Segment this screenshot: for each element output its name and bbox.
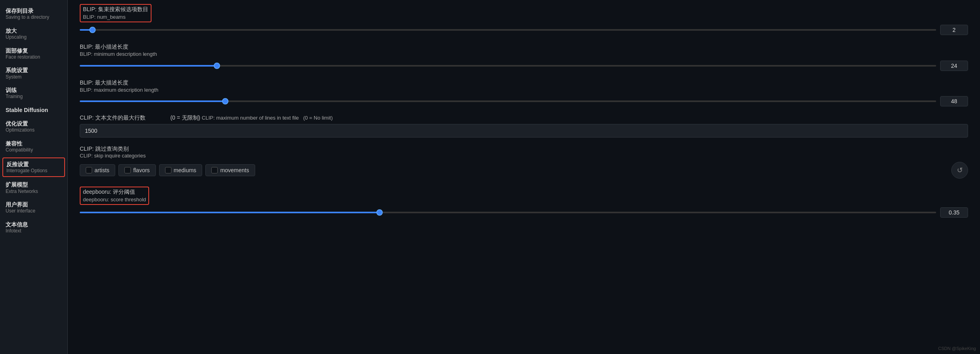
clip-max-lines-zh-main: CLIP: 文本文件的最大行数 (80, 114, 146, 121)
blip-num-beams-en: BLIP: num_beams (83, 14, 148, 21)
clip-skip-en: CLIP: skip inquire categories (80, 153, 968, 159)
checkbox-movements[interactable]: movements (205, 164, 255, 176)
watermark: CSDN @SpikeKing (938, 346, 976, 351)
checkbox-artists-label: artists (94, 167, 109, 173)
sidebar-item-upscaling-zh: 放大 (6, 27, 62, 34)
deepbooru-track-wrap[interactable] (80, 208, 936, 216)
clip-max-lines-input[interactable] (80, 124, 968, 138)
clip-skip-zh: CLIP: 跳过查询类别 (80, 146, 968, 153)
sidebar-item-training-zh: 训练 (6, 87, 62, 94)
blip-max-length-thumb[interactable] (222, 98, 228, 104)
deepbooru-threshold-control: 0.35 (80, 207, 968, 218)
clip-skip-categories-row: CLIP: 跳过查询类别 CLIP: skip inquire categori… (80, 146, 968, 179)
blip-num-beams-zh: BLIP: 集束搜索候选项数目 (83, 6, 148, 14)
blip-max-length-fill (80, 100, 225, 102)
deepbooru-value[interactable]: 0.35 (940, 207, 968, 218)
reload-icon: ↺ (957, 166, 963, 175)
blip-max-length-row: BLIP: 最大描述长度 BLIP: maximum description l… (80, 79, 968, 107)
sidebar-item-infotext[interactable]: 文本信息 Infotext (0, 218, 67, 238)
blip-min-length-label: BLIP: 最小描述长度 BLIP: minimum description l… (80, 43, 968, 58)
sidebar-item-extra-networks[interactable]: 扩展模型 Extra Networks (0, 178, 67, 198)
sidebar-item-face-en: Face restoration (6, 54, 62, 61)
clip-max-lines-en-note: (0 = No limit) (303, 115, 333, 121)
checkbox-mediums[interactable]: mediums (159, 164, 203, 176)
blip-min-length-fill (80, 65, 217, 67)
blip-min-length-thumb[interactable] (214, 63, 220, 69)
blip-num-beams-row: BLIP: 集束搜索候选项数目 BLIP: num_beams 2 (80, 4, 968, 35)
blip-max-length-value[interactable]: 48 (940, 96, 968, 106)
blip-num-beams-control: 2 (80, 25, 968, 35)
clip-max-lines-zh: CLIP: 文本文件的最大行数 (0 = 无限制) (80, 114, 202, 121)
blip-max-length-en: BLIP: maximum description length (80, 87, 968, 94)
sidebar-item-system[interactable]: 系统设置 System (0, 63, 67, 83)
deepbooru-threshold-row: deepbooru: 评分阈值 deepbooru: score thresho… (80, 187, 968, 218)
sidebar-item-system-en: System (6, 74, 62, 81)
blip-num-beams-label: BLIP: 集束搜索候选项数目 BLIP: num_beams (83, 6, 148, 21)
checkbox-movements-box (211, 167, 218, 173)
sidebar-item-stable-diffusion[interactable]: Stable Diffusion (0, 103, 67, 117)
blip-num-beams-thumb[interactable] (89, 27, 96, 33)
sidebar-item-training-en: Training (6, 94, 62, 100)
sidebar-item-ui-en: User interface (6, 208, 62, 214)
checkbox-artists-box (86, 167, 92, 173)
clip-max-lines-label-left: CLIP: 文本文件的最大行数 (0 = 无限制) CLIP: maximum … (80, 114, 333, 122)
blip-max-length-track-wrap[interactable] (80, 97, 936, 105)
sidebar-item-saving[interactable]: 保存到目录 Saving to a directory (0, 4, 67, 24)
sidebar-item-interrogate-en: Interrogate Options (6, 168, 61, 174)
checkbox-mediums-label: mediums (174, 167, 197, 173)
deepbooru-thumb[interactable] (376, 209, 383, 216)
clip-max-lines-header: CLIP: 文本文件的最大行数 (0 = 无限制) CLIP: maximum … (80, 114, 968, 122)
checkbox-flavors[interactable]: flavors (118, 164, 155, 176)
deepbooru-threshold-label-wrap: deepbooru: 评分阈值 deepbooru: score thresho… (80, 187, 149, 205)
deepbooru-fill (80, 212, 380, 213)
sidebar-item-system-zh: 系统设置 (6, 67, 62, 74)
blip-num-beams-label-wrap: BLIP: 集束搜索候选项数目 BLIP: num_beams (80, 4, 152, 22)
blip-num-beams-value[interactable]: 2 (940, 25, 968, 35)
clip-skip-categories-label: CLIP: 跳过查询类别 CLIP: skip inquire categori… (80, 146, 968, 159)
blip-min-length-track-wrap[interactable] (80, 62, 936, 70)
sidebar-item-interrogate[interactable]: 反推设置 Interrogate Options (2, 157, 65, 177)
sidebar-item-info-zh: 文本信息 (6, 221, 62, 228)
sidebar-item-ui-zh: 用户界面 (6, 201, 62, 208)
checkbox-mediums-box (165, 167, 171, 173)
blip-min-length-en: BLIP: minimum description length (80, 51, 968, 58)
main-content: BLIP: 集束搜索候选项数目 BLIP: num_beams 2 BLIP: … (68, 0, 980, 354)
sidebar-item-opt-en: Optimizations (6, 127, 62, 134)
clip-max-lines-en-main: CLIP: maximum number of lines in text fi… (202, 115, 299, 121)
sidebar-item-training[interactable]: 训练 Training (0, 83, 67, 103)
sidebar-item-optimizations[interactable]: 优化设置 Optimizations (0, 117, 67, 137)
blip-max-length-zh: BLIP: 最大描述长度 (80, 79, 968, 87)
blip-min-length-track (80, 65, 936, 67)
deepbooru-en: deepbooru: score threshold (83, 196, 146, 203)
sidebar-item-upscaling[interactable]: 放大 Upscaling (0, 24, 67, 44)
sidebar-item-saving-zh: 保存到目录 (6, 7, 62, 14)
sidebar-item-compat-zh: 兼容性 (6, 140, 62, 147)
sidebar-item-saving-en: Saving to a directory (6, 14, 62, 21)
blip-min-length-value[interactable]: 24 (940, 61, 968, 71)
deepbooru-track (80, 212, 936, 213)
sidebar-item-interrogate-zh: 反推设置 (6, 161, 61, 168)
clip-max-lines-row: CLIP: 文本文件的最大行数 (0 = 无限制) CLIP: maximum … (80, 114, 968, 138)
checkbox-artists[interactable]: artists (80, 164, 115, 176)
sidebar-item-extra-en: Extra Networks (6, 189, 62, 195)
sidebar-item-opt-zh: 优化设置 (6, 120, 62, 127)
sidebar-item-face-zh: 面部修复 (6, 47, 62, 54)
sidebar-item-user-interface[interactable]: 用户界面 User interface (0, 198, 67, 218)
reload-button[interactable]: ↺ (951, 162, 968, 179)
sidebar-item-compat-en: Compatibility (6, 147, 62, 153)
sidebar-item-extra-zh: 扩展模型 (6, 181, 62, 188)
checkbox-flavors-label: flavors (133, 167, 150, 173)
blip-min-length-zh: BLIP: 最小描述长度 (80, 43, 968, 51)
blip-min-length-control: 24 (80, 61, 968, 71)
sidebar-item-sd-zh: Stable Diffusion (6, 106, 62, 114)
sidebar-item-face-restoration[interactable]: 面部修复 Face restoration (0, 44, 67, 64)
blip-max-length-track (80, 100, 936, 102)
blip-min-length-row: BLIP: 最小描述长度 BLIP: minimum description l… (80, 43, 968, 71)
blip-max-length-label: BLIP: 最大描述长度 BLIP: maximum description l… (80, 79, 968, 94)
sidebar-item-compatibility[interactable]: 兼容性 Compatibility (0, 137, 67, 157)
checkbox-movements-label: movements (220, 167, 249, 173)
sidebar-item-info-en: Infotext (6, 228, 62, 234)
deepbooru-zh: deepbooru: 评分阈值 (83, 188, 146, 196)
blip-num-beams-track-wrap[interactable] (80, 26, 936, 34)
blip-max-length-control: 48 (80, 96, 968, 106)
